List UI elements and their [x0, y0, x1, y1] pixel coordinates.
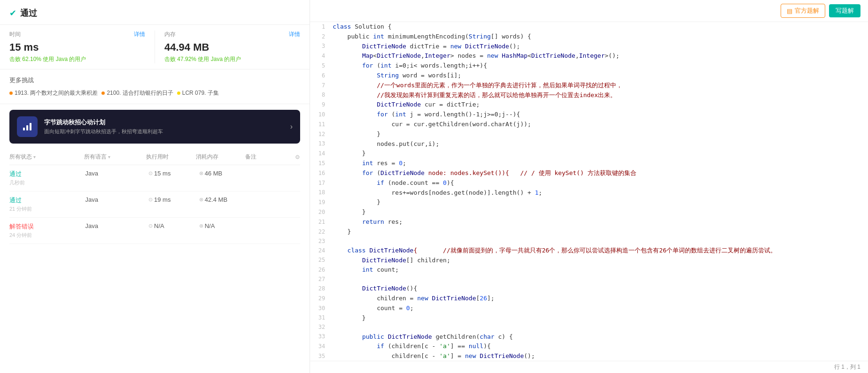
svg-rect-1: [26, 125, 28, 130]
svg-rect-2: [30, 123, 31, 130]
mem-icon-1: ⊗: [199, 170, 203, 176]
line-code: DictTrieNode cur = dictTrie;: [333, 100, 868, 110]
line-code: public int minimumLengthEncoding(String[…: [333, 32, 868, 42]
ad-icon: [17, 116, 38, 137]
th-status[interactable]: 所有状态 ▾: [9, 153, 84, 161]
line-row: 28 DictTrieNode(){: [310, 284, 868, 294]
line-code: DictTrieNode[] children;: [333, 256, 868, 266]
line-number: 7: [310, 81, 333, 91]
mem-detail-link[interactable]: 详情: [289, 30, 300, 38]
line-row: 9 DictTrieNode cur = dictTrie;: [310, 100, 868, 110]
line-number: 28: [310, 284, 333, 294]
line-number: 11: [310, 120, 333, 129]
clock-icon-1: ⊙: [148, 170, 153, 176]
line-number: 15: [310, 159, 333, 168]
time-detail-link[interactable]: 详情: [134, 30, 145, 38]
challenge-item-2100[interactable]: 2100. 适合打劫银行的日子: [101, 89, 173, 97]
td-lang-2: Java: [85, 196, 148, 203]
line-number: 34: [310, 342, 333, 351]
line-col-info: 行 1，列 1: [834, 363, 860, 371]
line-code: int count;: [333, 265, 868, 275]
line-number: 17: [310, 178, 333, 188]
line-code: [333, 237, 868, 246]
line-row: 34 if (children[c - 'a'] == null){: [310, 342, 868, 351]
line-number: 27: [310, 275, 333, 284]
ad-subtitle: 面向短期冲刺字节跳动秋招选手，秋招弯道顺利超车: [44, 128, 284, 135]
line-row: 5 for (int i=0;i< words.length;i++){: [310, 61, 868, 71]
line-row: 13 nodes.put(cur,i);: [310, 139, 868, 149]
line-row: 30 count = 0;: [310, 304, 868, 313]
chevron-down-icon: ▾: [33, 154, 36, 160]
code-table: 1class Solution {2 public int minimumLen…: [310, 22, 868, 361]
challenge-item-lcr079[interactable]: LCR 079. 子集: [177, 89, 219, 97]
time-stat-value: 15 ms: [9, 41, 145, 53]
right-panel: ▤ 官方题解 写题解 1class Solution {2 public int…: [310, 0, 868, 373]
td-time-3: ⊙ N/A: [148, 222, 199, 229]
td-mem-3: ⊗ N/A: [199, 222, 250, 229]
stats-section: 时间 详情 15 ms 击败 62.10% 使用 Java 的用户 内存 详情 …: [0, 25, 310, 69]
line-number: 20: [310, 207, 333, 217]
line-row: 6 String word = words[i];: [310, 71, 868, 81]
challenge-list: 1913. 两个数对之间的最大乘积差 2100. 适合打劫银行的日子 LCR 0…: [9, 89, 300, 97]
td-status-1: 通过 几秒前: [9, 170, 85, 186]
mem-icon-3: ⊗: [199, 223, 203, 229]
code-editor[interactable]: 1class Solution {2 public int minimumLen…: [310, 22, 868, 361]
line-row: 1class Solution {: [310, 22, 868, 32]
line-code: [333, 323, 868, 332]
clock-icon-3: ⊙: [148, 223, 153, 229]
status-fail-3[interactable]: 解答错误: [9, 222, 85, 231]
bottom-bar: 行 1，列 1: [310, 361, 868, 373]
line-number: 14: [310, 149, 333, 159]
line-row: 8 //我发现如果有计算到重复元素的话，那么就可以给他单独再开一个位置去inde…: [310, 91, 868, 100]
chevron-down-icon-2: ▾: [108, 154, 110, 160]
challenge-item-1913[interactable]: 1913. 两个数对之间的最大乘积差: [9, 89, 98, 97]
status-pass-1[interactable]: 通过: [9, 170, 85, 178]
mem-stat-block: 内存 详情 44.94 MB 击败 47.92% 使用 Java 的用户: [164, 30, 300, 63]
line-code: for (int i=0;i< words.length;i++){: [333, 61, 868, 71]
line-number: 29: [310, 294, 333, 304]
line-code: children = new DictTrieNode[26];: [333, 294, 868, 304]
line-row: 24 class DictTrieNode{ //就像前面提到的，字母一共就只有…: [310, 246, 868, 256]
line-code: class DictTrieNode{ //就像前面提到的，字母一共就只有26个…: [333, 246, 868, 256]
line-number: 35: [310, 351, 333, 361]
line-row: 21 return res;: [310, 217, 868, 227]
line-number: 18: [310, 188, 333, 198]
line-code: [333, 275, 868, 284]
td-mem-1: ⊗ 46 MB: [199, 170, 250, 177]
line-row: 19 }: [310, 198, 868, 207]
td-time-2: ⊙ 19 ms: [148, 196, 199, 203]
td-status-2: 通过 21 分钟前: [9, 196, 85, 213]
line-code: for (DictTrieNode node: nodes.keySet()){…: [333, 168, 868, 178]
line-row: 35 children[c - 'a'] = new DictTrieNode(…: [310, 351, 868, 361]
th-lang[interactable]: 所有语言 ▾: [84, 153, 146, 161]
th-gear[interactable]: ⚙: [295, 154, 300, 160]
line-row: 17 if (node.count == 0){: [310, 178, 868, 188]
table-header: 所有状态 ▾ 所有语言 ▾ 执行用时 消耗内存 备注 ⚙: [9, 149, 300, 165]
status-pass-2[interactable]: 通过: [9, 196, 85, 205]
line-number: 6: [310, 71, 333, 81]
official-solution-button[interactable]: ▤ 官方题解: [781, 4, 825, 18]
line-code: cur = cur.getChildren(word.charAt(j));: [333, 120, 868, 129]
line-number: 4: [310, 51, 333, 61]
write-solution-button[interactable]: 写题解: [829, 4, 860, 17]
line-code: Map<DictTrieNode,Integer> nodes = new Ha…: [333, 51, 868, 61]
line-row: 11 cur = cur.getChildren(word.charAt(j))…: [310, 120, 868, 129]
result-header: ✔ 通过: [0, 0, 310, 25]
time-stat-beat: 击败 62.10% 使用 Java 的用户: [9, 55, 145, 63]
line-number: 32: [310, 323, 333, 332]
td-lang-1: Java: [85, 170, 148, 177]
challenge-dot-orange2: [101, 91, 105, 95]
ad-banner[interactable]: 字节跳动秋招心动计划 面向短期冲刺字节跳动秋招选手，秋招弯道顺利超车 ›: [9, 110, 300, 144]
line-row: 15 int res = 0;: [310, 159, 868, 168]
line-row: 33 public DictTrieNode getChildren(char …: [310, 332, 868, 342]
td-mem-2: ⊗ 42.4 MB: [199, 196, 250, 203]
time-stat-label: 时间 详情: [9, 30, 145, 38]
ad-title: 字节跳动秋招心动计划: [44, 118, 284, 127]
ad-content: 字节跳动秋招心动计划 面向短期冲刺字节跳动秋招选手，秋招弯道顺利超车: [44, 118, 284, 135]
line-code: DictTrieNode(){: [333, 284, 868, 294]
line-number: 26: [310, 265, 333, 275]
line-row: 29 children = new DictTrieNode[26];: [310, 294, 868, 304]
table-row: 解答错误 24 分钟前 Java ⊙ N/A ⊗ N/A: [9, 218, 300, 244]
time-ago-1: 几秒前: [9, 179, 85, 186]
line-row: 16 for (DictTrieNode node: nodes.keySet(…: [310, 168, 868, 178]
